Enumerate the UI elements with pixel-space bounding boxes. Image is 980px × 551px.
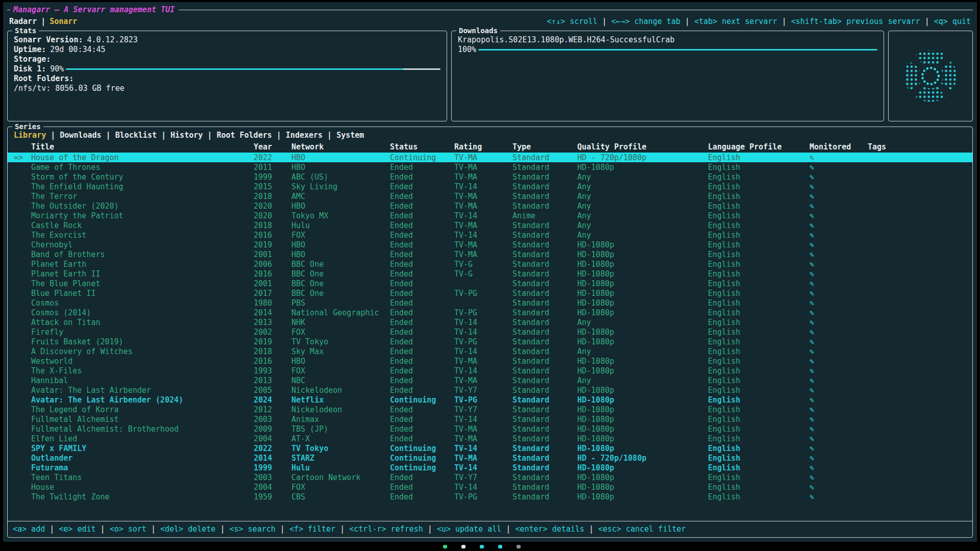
cell-quality-profile: HD-1080p (577, 337, 708, 346)
cell-network: BBC One (291, 279, 390, 288)
series-tab-downloads[interactable]: Downloads (60, 131, 101, 140)
disk-label: Disk 1: (14, 64, 46, 74)
cell-network: FOX (291, 366, 390, 375)
cell-rating: TV-MA (454, 250, 512, 259)
monitored-icon: ✎ (810, 318, 868, 327)
cell-year: 2003 (254, 473, 291, 482)
keybind-separator: | (920, 17, 934, 26)
keybind-separator: | (423, 524, 437, 534)
series-tab-history[interactable]: History (170, 131, 203, 140)
cell-title: Futurama (31, 463, 254, 472)
table-row[interactable]: Avatar: The Last Airbender (2024) 2024 N… (8, 395, 972, 405)
table-row[interactable]: Chernobyl 2019 HBO Ended TV-MA Standard … (8, 240, 972, 249)
disk-progress-bar (66, 68, 440, 70)
cell-language-profile: English (708, 347, 810, 356)
keybind-separator: | (584, 524, 598, 534)
table-row[interactable]: The Exorcist 2016 FOX Ended TV-14 Standa… (8, 230, 972, 240)
series-tab-library[interactable]: Library (14, 131, 46, 140)
cell-title: Planet Earth II (31, 269, 254, 279)
table-row[interactable]: Avatar: The Last Airbender 2005 Nickelod… (8, 385, 972, 395)
cell-title: House (31, 483, 254, 492)
table-row[interactable]: Fullmetal Alchemist 2003 Animax Ended TV… (8, 414, 972, 424)
table-row[interactable]: Blue Planet II 2017 BBC One Ended TV-PG … (8, 288, 972, 298)
cell-status: Ended (390, 231, 454, 240)
table-row[interactable]: House 2004 FOX Ended TV-14 Standard HD-1… (8, 482, 972, 492)
keybind-refresh: <ctrl-r> refresh (349, 524, 423, 534)
table-row[interactable]: The Blue Planet 2001 BBC One Ended Stand… (8, 279, 972, 288)
table-row[interactable]: Planet Earth 2006 BBC One Ended TV-G Sta… (8, 259, 972, 269)
table-row[interactable]: Band of Brothers 2001 HBO Ended TV-MA St… (8, 249, 972, 259)
keybind-separator: | (597, 17, 611, 26)
table-row[interactable]: Storm of the Century 1999 ABC (US) Ended… (8, 172, 972, 182)
table-row[interactable]: Game of Thrones 2011 HBO Ended TV-MA Sta… (8, 162, 972, 172)
monitored-icon: ✎ (810, 386, 868, 395)
cell-rating: TV-PG (454, 395, 512, 405)
series-tab-indexers[interactable]: Indexers (286, 131, 323, 140)
series-tab-blocklist[interactable]: Blocklist (115, 131, 157, 140)
table-row[interactable]: Planet Earth II 2016 BBC One Ended TV-G … (8, 269, 972, 279)
cell-quality-profile: HD-1080p (577, 395, 708, 405)
tab-sonarr[interactable]: Sonarr (50, 17, 77, 26)
cell-quality-profile: Any (577, 182, 708, 191)
cell-type: Standard (512, 202, 577, 211)
table-row[interactable]: Cosmos (2014) 2014 National Geographic E… (8, 308, 972, 317)
table-row[interactable]: Hannibal 2013 NBC Ended TV-MA Standard A… (8, 375, 972, 385)
table-row[interactable]: Fullmetal Alchemist: Brotherhood 2009 TB… (8, 424, 972, 434)
cell-rating: TV-MA (454, 192, 512, 201)
monitored-icon: ✎ (810, 308, 868, 317)
cell-type: Standard (512, 366, 577, 375)
cell-quality-profile: HD-1080p (577, 269, 708, 279)
cell-status: Continuing (390, 153, 454, 162)
cell-network: CBS (291, 492, 390, 502)
cell-language-profile: English (708, 463, 810, 472)
cell-language-profile: English (708, 231, 810, 240)
table-row[interactable]: The Twilight Zone 1959 CBS Ended TV-PG S… (8, 492, 972, 502)
cell-year: 2001 (254, 250, 291, 259)
monitored-icon: ✎ (810, 298, 868, 308)
table-row[interactable]: Teen Titans 2003 Cartoon Network Ended T… (8, 472, 972, 482)
cell-title: The Terror (31, 192, 254, 201)
table-row[interactable]: The Legend of Korra 2012 Nickelodeon End… (8, 405, 972, 414)
cell-status: Ended (390, 366, 454, 375)
table-row[interactable]: A Discovery of Witches 2018 Sky Max Ende… (8, 346, 972, 356)
cell-type: Standard (512, 298, 577, 308)
tab-radarr[interactable]: Radarr (9, 17, 37, 26)
cell-rating: TV-14 (454, 182, 512, 191)
series-tab-root-folders[interactable]: Root Folders (216, 131, 272, 140)
cell-year: 2015 (254, 182, 291, 191)
cell-language-profile: English (708, 250, 810, 259)
table-row[interactable]: Fruits Basket (2019) 2019 TV Tokyo Ended… (8, 337, 972, 346)
cell-status: Ended (390, 211, 454, 220)
table-row[interactable]: Westworld 2016 HBO Ended TV-MA Standard … (8, 356, 972, 366)
cell-year: 2016 (254, 357, 291, 366)
cell-type: Standard (512, 454, 577, 463)
download-item[interactable]: Krapopolis.S02E13.1080p.WEB.H264-Success… (458, 35, 877, 45)
series-tab-system[interactable]: System (336, 131, 364, 140)
monitored-icon: ✎ (810, 405, 868, 414)
monitored-icon: ✎ (810, 424, 868, 434)
table-row[interactable]: Outlander 2014 STARZ Continuing TV-MA St… (8, 453, 972, 463)
download-progress-fill (478, 49, 877, 51)
table-row[interactable]: Castle Rock 2018 Hulu Ended TV-MA Standa… (8, 220, 972, 230)
table-row[interactable]: The Enfield Haunting 2015 Sky Living End… (8, 182, 972, 191)
table-row[interactable]: Elfen Lied 2004 AT-X Ended TV-MA Standar… (8, 434, 972, 443)
uptime-label: Uptime: (14, 45, 46, 55)
cell-year: 2022 (254, 444, 291, 453)
table-row[interactable]: Firefly 2002 FOX Ended TV-14 Standard HD… (8, 327, 972, 337)
taskbar-dot (461, 545, 465, 548)
stat-uptime: Uptime: 29d 00:34:45 (14, 45, 440, 55)
table-row[interactable]: Moriarty the Patriot 2020 Tokyo MX Ended… (8, 211, 972, 220)
cell-type: Standard (512, 153, 577, 162)
table-row[interactable]: Cosmos 1980 PBS Ended Standard HD-1080p … (8, 298, 972, 308)
table-row[interactable]: SPY x FAMILY 2022 TV Tokyo Continuing TV… (8, 443, 972, 453)
table-row[interactable]: The X-Files 1993 FOX Ended TV-14 Standar… (8, 366, 972, 375)
table-row[interactable]: => House of the Dragon 2022 HBO Continui… (8, 153, 972, 162)
table-row[interactable]: Attack on Titan 2013 NHK Ended TV-14 Sta… (8, 317, 972, 327)
table-row[interactable]: The Terror 2018 AMC Ended TV-MA Standard… (8, 191, 972, 201)
cell-title: Cosmos (2014) (31, 308, 254, 317)
keybind-details: <enter> details (515, 524, 584, 534)
stat-storage: Storage: (14, 55, 440, 64)
table-row[interactable]: Futurama 1999 Hulu Continuing TV-14 Stan… (8, 463, 972, 472)
cell-network: Hulu (291, 463, 390, 472)
table-row[interactable]: The Outsider (2020) 2020 HBO Ended TV-MA… (8, 201, 972, 211)
